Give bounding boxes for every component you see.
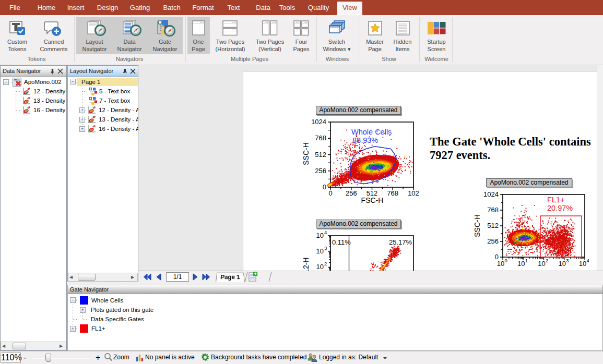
- svg-text:3: 3: [566, 258, 569, 263]
- svg-text:10: 10: [517, 260, 525, 268]
- svg-text:1: 1: [525, 258, 528, 263]
- svg-text:4: 4: [587, 258, 589, 263]
- svg-text:20.97%: 20.97%: [547, 204, 573, 212]
- svg-text:768: 768: [387, 189, 398, 197]
- svg-text:10: 10: [497, 260, 504, 268]
- svg-text:3: 3: [324, 245, 327, 251]
- svg-text:10: 10: [559, 260, 566, 268]
- svg-text:10: 10: [538, 260, 545, 268]
- svg-text:512: 512: [315, 151, 326, 159]
- svg-text:25.17%: 25.17%: [389, 238, 412, 246]
- svg-text:102: 102: [408, 189, 419, 197]
- svg-text:768: 768: [487, 206, 499, 214]
- svg-text:1024: 1024: [311, 118, 326, 126]
- svg-text:88.93%: 88.93%: [352, 136, 378, 144]
- svg-text:10: 10: [316, 232, 324, 239]
- svg-text:768: 768: [315, 134, 326, 142]
- svg-text:2: 2: [324, 261, 327, 266]
- svg-text:256: 256: [346, 189, 357, 197]
- svg-text:256: 256: [487, 237, 499, 245]
- svg-text:SSC-H: SSC-H: [473, 214, 481, 237]
- svg-text:10: 10: [316, 263, 324, 271]
- svg-text:0: 0: [505, 258, 507, 263]
- svg-text:10: 10: [316, 247, 324, 255]
- svg-text:0.11%: 0.11%: [332, 238, 351, 246]
- svg-text:256: 256: [315, 167, 326, 175]
- svg-text:512: 512: [487, 222, 499, 229]
- svg-text:FL2-H: FL2-H: [302, 258, 310, 271]
- svg-text:0: 0: [328, 189, 332, 197]
- svg-text:FSC-H: FSC-H: [361, 196, 384, 204]
- svg-text:2: 2: [546, 258, 548, 263]
- svg-text:SSC-H: SSC-H: [302, 142, 310, 165]
- svg-text:Whole Cells: Whole Cells: [351, 128, 392, 136]
- svg-text:10: 10: [579, 260, 586, 268]
- svg-text:1024: 1024: [483, 190, 499, 198]
- svg-text:FL1+: FL1+: [547, 196, 564, 204]
- svg-text:0: 0: [323, 183, 326, 191]
- svg-text:4: 4: [324, 229, 327, 235]
